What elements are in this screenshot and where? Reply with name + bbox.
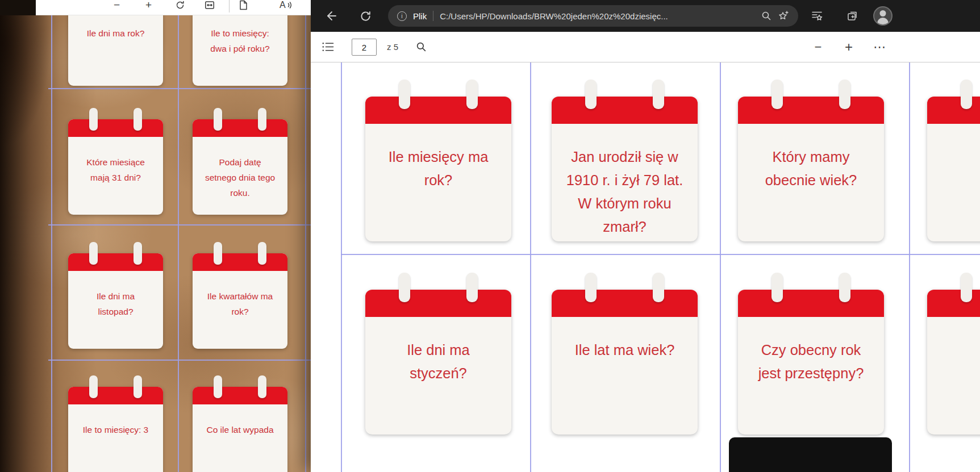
left-pdf-toolbar: − + A: [0, 0, 311, 15]
question-card: Czy obecny rok jest przestępny?: [738, 290, 884, 435]
question-card: Jan urodził się w 1910 r. i żył 79 lat. …: [552, 97, 698, 241]
question-card: Który mamy obecnie wiek?: [738, 97, 884, 241]
black-card-top-partial: [729, 437, 892, 472]
question-card: Ile dni ma rok?: [68, 15, 163, 86]
zoom-out-icon[interactable]: −: [808, 32, 828, 62]
calendar-ring-icon: [134, 108, 142, 131]
calendar-ring-icon: [839, 80, 850, 109]
rotate-icon[interactable]: [175, 0, 185, 13]
calendar-ring-icon: [89, 242, 98, 265]
question-card: Które miesiące mają 31 dni?: [68, 119, 163, 215]
address-search-icon[interactable]: [761, 11, 772, 21]
calendar-ring-icon: [89, 375, 98, 398]
calendar-ring-icon: [772, 273, 783, 302]
cut-guide-line: [720, 62, 721, 472]
read-aloud-letter: A: [280, 0, 286, 13]
calendar-header: [927, 97, 980, 124]
question-card: Ile dni ma listopad?: [68, 253, 163, 349]
address-bar[interactable]: i Plik C:/Users/HP/Downloads/BRW%20jeden…: [388, 5, 798, 27]
site-label: Plik: [413, 11, 427, 21]
zoom-in-icon[interactable]: +: [839, 32, 859, 62]
cut-guide-line: [48, 360, 311, 361]
zoom-out-icon[interactable]: −: [114, 0, 120, 13]
collections-icon[interactable]: [841, 0, 864, 32]
page-number-input[interactable]: [352, 39, 377, 56]
calendar-ring-icon: [258, 108, 266, 131]
card-question-text: Ile dni ma styczeń?: [379, 339, 498, 385]
cut-guide-line: [341, 62, 342, 472]
table-of-contents-icon[interactable]: [318, 32, 338, 62]
refresh-icon[interactable]: [354, 0, 377, 32]
screen: − + A: [0, 0, 980, 472]
site-info-icon[interactable]: i: [397, 11, 407, 21]
card-question-text: Ile miesięcy ma rok?: [379, 145, 498, 192]
cut-guide-line: [305, 15, 306, 472]
question-card: Ile kwartałów ma rok?: [193, 253, 287, 349]
edge-browser-window: i Plik C:/Users/HP/Downloads/BRW%20jeden…: [311, 0, 980, 472]
card-question-text: Które miesiące mają 31 dni?: [80, 154, 152, 185]
calendar-ring-icon: [134, 375, 142, 398]
question-card: Ile lat ma wiek?: [552, 290, 698, 435]
calendar-header: [365, 290, 511, 317]
page-dark-corner: [0, 0, 36, 15]
page-count-label: z 5: [387, 32, 398, 62]
cut-guide-line: [909, 62, 910, 472]
calendar-ring-icon: [653, 80, 664, 109]
card-question-text: Ile kwartałów ma rok?: [204, 289, 277, 319]
calendar-header: [68, 119, 163, 137]
calendar-ring-icon: [258, 242, 266, 265]
calendar-ring-icon: [585, 273, 597, 302]
cut-guide-line: [341, 254, 980, 255]
calendar-ring-icon: [399, 80, 410, 109]
calendar-ring-icon: [839, 273, 850, 302]
add-favorite-icon[interactable]: [778, 10, 789, 22]
calendar-header: [193, 387, 287, 404]
question-card: Ile dni ma styczeń?: [365, 290, 511, 435]
calendar-ring-icon: [961, 80, 972, 109]
card-question-text: Podaj datę setnego dnia tego roku.: [204, 154, 277, 201]
page-view-icon[interactable]: [239, 0, 248, 13]
card-question-text: Który mamy obecnie wiek?: [752, 145, 871, 192]
toolbar-divider: [229, 0, 230, 12]
pdf-search-icon[interactable]: [411, 32, 431, 62]
question-card: Ile miesięcy ma rok?: [365, 97, 511, 241]
left-pdf-page: Ile dni ma rok? Ile to miesięcy: dwa i p…: [0, 15, 311, 472]
question-card: Ile to miesięcy: dwa i pół roku?: [193, 15, 287, 86]
calendar-header: [738, 97, 884, 124]
calendar-ring-icon: [258, 375, 266, 398]
calendar-ring-icon: [653, 273, 664, 302]
more-options-icon[interactable]: ⋯: [869, 32, 890, 62]
card-question-text: Ile dni ma rok?: [80, 26, 152, 41]
question-card: Co ile lat wypada: [193, 387, 287, 472]
calendar-header: [552, 290, 698, 317]
fit-to-width-icon[interactable]: [205, 0, 215, 13]
question-card-partial: [927, 290, 980, 435]
cut-guide-line: [530, 62, 531, 472]
read-aloud-icon[interactable]: A: [280, 0, 293, 13]
favorites-hub-icon[interactable]: [806, 0, 828, 32]
address-separator: [433, 11, 433, 21]
question-card: Podaj datę setnego dnia tego roku.: [193, 119, 287, 215]
zoom-in-icon[interactable]: +: [145, 0, 152, 13]
calendar-header: [68, 253, 163, 271]
calendar-ring-icon: [399, 273, 410, 302]
card-question-text: Czy obecny rok jest przestępny?: [752, 339, 871, 385]
pdf-page: Ile miesięcy ma rok? Jan urodził się w 1…: [311, 62, 980, 472]
card-question-text: Ile lat ma wiek?: [565, 339, 685, 362]
back-icon[interactable]: [320, 0, 343, 32]
calendar-header: [365, 97, 511, 124]
card-question-text: Ile to miesięcy: dwa i pół roku?: [204, 26, 277, 56]
card-question-text: Ile dni ma listopad?: [80, 289, 152, 319]
calendar-ring-icon: [89, 108, 98, 131]
cut-guide-line: [48, 88, 311, 89]
calendar-ring-icon: [772, 80, 783, 109]
pdf-toolbar: z 5 − + ⋯: [311, 32, 980, 62]
calendar-ring-icon: [214, 242, 222, 265]
address-url-text[interactable]: C:/Users/HP/Downloads/BRW%20jeden%20z%20…: [440, 11, 755, 21]
calendar-ring-icon: [134, 242, 142, 265]
calendar-ring-icon: [961, 273, 972, 302]
profile-avatar[interactable]: [873, 6, 893, 26]
calendar-ring-icon: [214, 108, 222, 131]
calendar-header: [193, 119, 287, 137]
calendar-header: [927, 290, 980, 317]
